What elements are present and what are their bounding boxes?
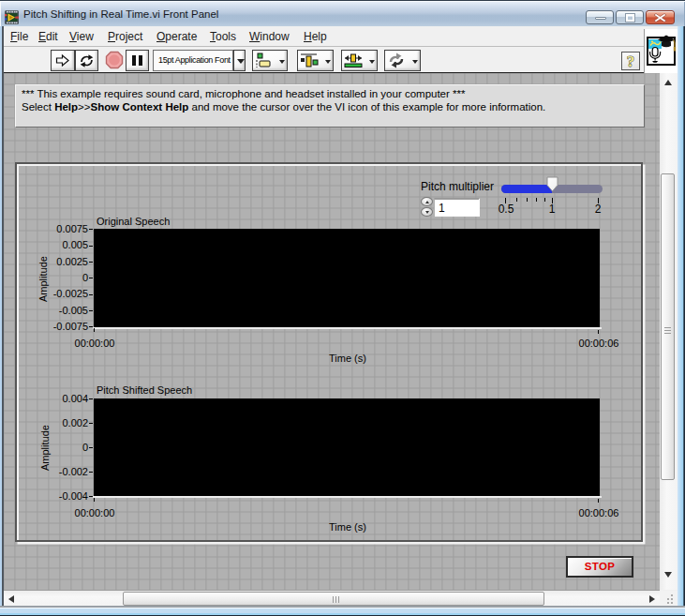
svg-text:?: ?	[627, 53, 635, 69]
